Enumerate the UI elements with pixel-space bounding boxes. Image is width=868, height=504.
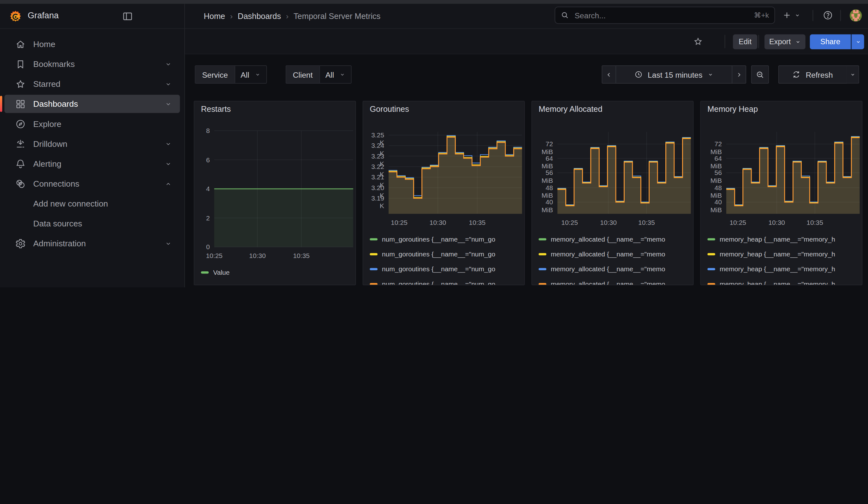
- filter-client: ClientAll: [286, 65, 352, 84]
- x-axis-tick: 10:35: [806, 219, 823, 227]
- legend-series-label: memory_allocated {__name__="memo: [551, 235, 665, 243]
- filter-value-dropdown[interactable]: All: [235, 66, 266, 83]
- plus-icon: [782, 10, 792, 20]
- x-axis-tick: 10:30: [430, 219, 446, 227]
- time-back-button[interactable]: [602, 65, 616, 84]
- filter-value-dropdown[interactable]: All: [320, 66, 351, 83]
- sidebar-item-label: Home: [33, 40, 55, 49]
- refresh-icon: [793, 70, 801, 79]
- chevron-down-icon[interactable]: [164, 140, 172, 148]
- clock-icon: [634, 70, 643, 79]
- y-axis-tick: 72 MiB: [534, 140, 553, 156]
- sidebar-item-explore[interactable]: Explore: [4, 115, 180, 133]
- y-axis-tick: 40 MiB: [703, 198, 722, 214]
- legend-item[interactable]: num_goroutines {__name__="num_go: [370, 278, 496, 285]
- legend-item[interactable]: memory_heap {__name__="memory_h: [707, 278, 835, 285]
- panel-title[interactable]: Goroutines: [370, 104, 409, 113]
- share-button[interactable]: Share: [810, 34, 851, 49]
- zoom-out-button[interactable]: [751, 65, 769, 84]
- dashboards-icon: [15, 98, 26, 109]
- chevron-up-icon[interactable]: [164, 180, 172, 187]
- sidebar-item-label: Alerting: [33, 159, 61, 168]
- add-new-button[interactable]: [782, 7, 800, 24]
- legend-item[interactable]: memory_heap {__name__="memory_h: [707, 264, 835, 275]
- chart-plot[interactable]: [389, 132, 522, 214]
- breadcrumb-home[interactable]: Home: [204, 12, 225, 21]
- sidebar-item-label: Drilldown: [33, 139, 67, 148]
- help-button[interactable]: [823, 7, 833, 24]
- sidebar-item-home[interactable]: Home: [4, 35, 180, 53]
- legend-item[interactable]: num_goroutines {__name__="num_go: [370, 264, 496, 275]
- legend-series-label: num_goroutines {__name__="num_go: [382, 235, 495, 243]
- star-icon: [693, 37, 703, 47]
- sidebar-item-add-new-connection[interactable]: Add new connection: [4, 195, 180, 213]
- zoom-out-icon: [756, 70, 764, 79]
- chevron-down-icon: [707, 71, 713, 78]
- legend-item[interactable]: num_goroutines {__name__="num_go: [370, 248, 496, 260]
- sidebar-item-administration[interactable]: Administration: [4, 234, 180, 253]
- legend-item[interactable]: memory_allocated {__name__="memo: [538, 264, 665, 275]
- sidebar-item-alerting[interactable]: Alerting: [4, 154, 180, 173]
- sidebar-item-label: Explore: [33, 119, 61, 128]
- time-range-label: Last 15 minutes: [648, 70, 702, 79]
- legend-series-label: memory_heap {__name__="memory_h: [720, 265, 835, 273]
- share-dropdown-button[interactable]: [851, 34, 864, 49]
- breadcrumb-dashboards[interactable]: Dashboards: [238, 12, 281, 21]
- toolbar-divider: [725, 35, 725, 48]
- sidebar-item-starred[interactable]: Starred: [4, 75, 180, 93]
- chart-plot[interactable]: [726, 132, 860, 214]
- legend-item[interactable]: memory_heap {__name__="memory_h: [707, 234, 835, 245]
- chart-plot[interactable]: [557, 132, 691, 214]
- sidebar-item-connections[interactable]: Connections: [4, 174, 180, 193]
- refresh-interval-dropdown[interactable]: [847, 65, 859, 84]
- grafana-logo-icon[interactable]: [8, 10, 23, 24]
- chevron-down-icon[interactable]: [164, 60, 172, 68]
- subheader-border: [185, 54, 868, 54]
- legend-series-label: num_goroutines {__name__="num_go: [382, 280, 495, 285]
- legend-item[interactable]: memory_allocated {__name__="memo: [538, 234, 665, 245]
- legend-series-marker: [707, 283, 715, 285]
- y-axis-tick: 48 MiB: [534, 184, 553, 199]
- legend-item[interactable]: memory_allocated {__name__="memo: [538, 248, 665, 260]
- sidebar-item-label: Administration: [33, 239, 86, 248]
- time-range-picker[interactable]: Last 15 minutes: [616, 65, 732, 84]
- y-axis-tick: 72 MiB: [703, 140, 722, 156]
- chevron-down-icon[interactable]: [164, 160, 172, 168]
- sidebar-item-label: Add new connection: [33, 199, 108, 208]
- chevron-down-icon[interactable]: [164, 100, 172, 108]
- legend-item[interactable]: Value: [201, 267, 230, 278]
- y-axis-tick: 64 MiB: [534, 154, 553, 170]
- panel-title[interactable]: Memory Allocated: [538, 104, 602, 113]
- export-button[interactable]: Export: [764, 34, 806, 49]
- chevron-down-icon[interactable]: [164, 80, 172, 88]
- search-input[interactable]: [574, 10, 754, 20]
- search-shortcut: ⌘+k: [754, 11, 769, 19]
- star-icon: [15, 78, 26, 89]
- panel-title[interactable]: Restarts: [201, 104, 231, 113]
- time-forward-button[interactable]: [732, 65, 746, 84]
- panel-title[interactable]: Memory Heap: [707, 104, 758, 113]
- chevron-down-icon[interactable]: [164, 240, 172, 248]
- sidebar-item-label: Bookmarks: [33, 59, 75, 69]
- sidebar-item-drilldown[interactable]: Drilldown: [4, 134, 180, 153]
- app-title: Grafana: [28, 10, 59, 21]
- sidebar-item-data-sources[interactable]: Data sources: [4, 214, 180, 233]
- legend-item[interactable]: memory_allocated {__name__="memo: [538, 278, 665, 285]
- legend-series-marker: [707, 253, 715, 255]
- favorite-star-button[interactable]: [693, 37, 703, 47]
- avatar[interactable]: [849, 7, 862, 24]
- y-axis-tick: 56 MiB: [534, 169, 553, 184]
- legend-series-label: memory_allocated {__name__="memo: [551, 265, 665, 273]
- drilldown-icon: [15, 138, 26, 150]
- bell-icon: [15, 158, 26, 169]
- y-axis-tick: 48 MiB: [703, 184, 722, 199]
- dock-menu-icon[interactable]: [122, 10, 134, 22]
- sidebar-item-bookmarks[interactable]: Bookmarks: [4, 55, 180, 73]
- chart-plot[interactable]: [214, 131, 353, 247]
- refresh-button[interactable]: Refresh: [778, 65, 847, 84]
- legend-item[interactable]: memory_heap {__name__="memory_h: [707, 248, 835, 260]
- edit-button[interactable]: Edit: [733, 34, 757, 49]
- legend-item[interactable]: num_goroutines {__name__="num_go: [370, 234, 496, 245]
- search-bar[interactable]: ⌘+k: [555, 7, 775, 24]
- sidebar-item-dashboards[interactable]: Dashboards: [4, 95, 180, 113]
